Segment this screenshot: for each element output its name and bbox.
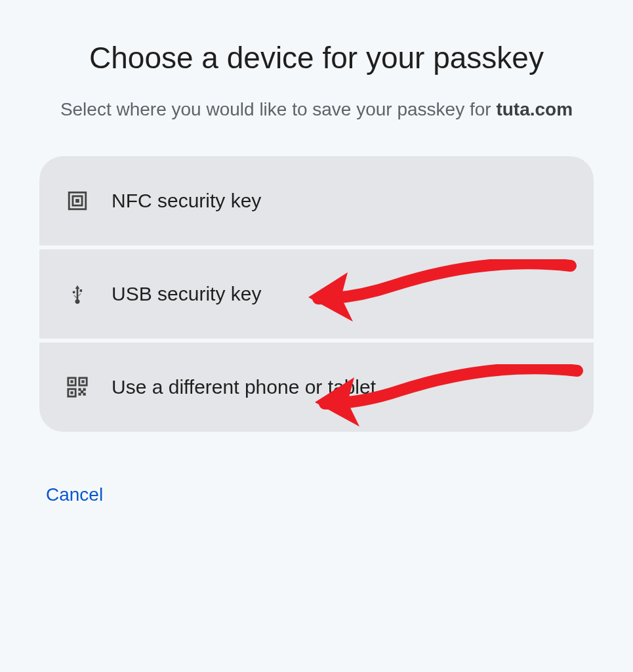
device-options-list: NFC security key USB security key	[39, 156, 594, 432]
svg-rect-2	[75, 199, 79, 203]
usb-icon	[66, 282, 89, 306]
svg-rect-6	[81, 380, 84, 383]
option-label: USB security key	[112, 283, 261, 305]
option-label: NFC security key	[112, 190, 261, 212]
option-usb-security-key[interactable]: USB security key	[39, 249, 594, 339]
qr-icon	[66, 375, 89, 399]
dialog-title: Choose a device for your passkey	[39, 39, 594, 77]
option-different-phone-tablet[interactable]: Use a different phone or tablet	[39, 343, 594, 432]
cancel-button[interactable]: Cancel	[46, 484, 103, 505]
svg-rect-4	[70, 380, 73, 383]
option-nfc-security-key[interactable]: NFC security key	[39, 156, 594, 245]
option-label: Use a different phone or tablet	[112, 376, 376, 398]
dialog-subtitle: Select where you would like to save your…	[39, 96, 594, 123]
svg-rect-13	[81, 390, 83, 392]
nfc-icon	[66, 189, 89, 213]
dialog-subtitle-text: Select where you would like to save your…	[60, 99, 497, 119]
dialog-subtitle-domain: tuta.com	[496, 99, 573, 119]
svg-rect-8	[70, 391, 73, 394]
